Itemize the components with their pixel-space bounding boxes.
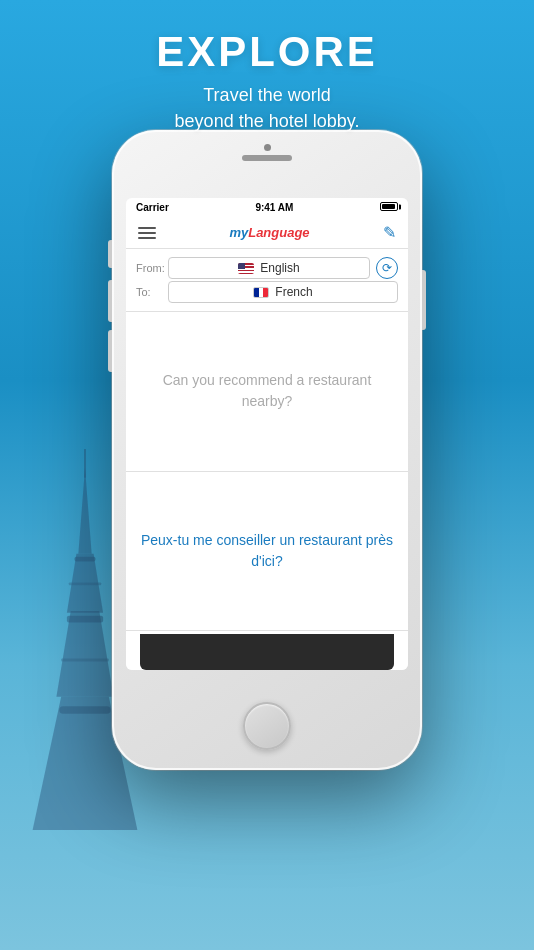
svg-rect-5 xyxy=(67,616,103,623)
translation-text-area: Peux-tu me conseiller un restaurant près… xyxy=(126,472,408,631)
logo-language: Language xyxy=(248,225,309,240)
swap-languages-button[interactable]: ⟳ xyxy=(376,257,398,279)
svg-rect-10 xyxy=(84,449,86,478)
from-label: From: xyxy=(136,262,168,274)
us-flag-icon xyxy=(238,263,254,274)
translated-text: Peux-tu me conseiller un restaurant près… xyxy=(140,530,394,572)
subtitle-line2: beyond the hotel lobby. xyxy=(175,111,360,131)
header-subtitle: Travel the world beyond the hotel lobby. xyxy=(0,82,534,134)
language-selector: From: English ⟳ To: French xyxy=(126,249,408,312)
subtitle-line1: Travel the world xyxy=(203,85,330,105)
mute-button xyxy=(108,240,112,268)
svg-rect-11 xyxy=(61,659,109,662)
app-logo: my Language xyxy=(229,225,309,240)
to-language-value: French xyxy=(275,285,312,299)
battery-icon xyxy=(380,202,398,213)
from-language-value: English xyxy=(260,261,299,275)
carrier-label: Carrier xyxy=(136,202,169,213)
header-section: EXPLORE Travel the world beyond the hote… xyxy=(0,28,534,134)
status-icons xyxy=(380,202,398,213)
hamburger-menu-button[interactable] xyxy=(138,227,156,239)
app-navbar: my Language ✎ xyxy=(126,217,408,249)
svg-marker-0 xyxy=(33,697,85,830)
svg-rect-12 xyxy=(69,582,101,585)
status-bar: Carrier 9:41 AM xyxy=(126,198,408,217)
phone-notch xyxy=(242,144,292,161)
volume-up-button xyxy=(108,280,112,322)
speaker-slot xyxy=(242,155,292,161)
to-language-selector[interactable]: French xyxy=(168,281,398,303)
phone-container: Carrier 9:41 AM my Language ✎ xyxy=(112,130,422,770)
svg-rect-8 xyxy=(75,557,96,562)
to-label: To: xyxy=(136,286,168,298)
browser-bottom-bar xyxy=(140,634,394,670)
volume-down-button xyxy=(108,330,112,372)
to-language-row: To: French xyxy=(136,281,398,303)
from-language-selector[interactable]: English xyxy=(168,257,370,279)
svg-rect-2 xyxy=(59,706,110,714)
svg-marker-9 xyxy=(78,468,91,554)
from-language-row: From: English ⟳ xyxy=(136,257,398,279)
logo-my: my xyxy=(229,225,248,240)
fr-flag-icon xyxy=(253,287,269,298)
explore-title: EXPLORE xyxy=(0,28,534,76)
source-text: Can you recommend a restaurant nearby? xyxy=(140,370,394,412)
front-camera xyxy=(264,144,271,151)
phone-shell: Carrier 9:41 AM my Language ✎ xyxy=(112,130,422,770)
power-button xyxy=(422,270,426,330)
svg-marker-3 xyxy=(56,611,85,697)
phone-screen: Carrier 9:41 AM my Language ✎ xyxy=(126,198,408,670)
source-text-area[interactable]: Can you recommend a restaurant nearby? xyxy=(126,312,408,472)
home-button[interactable] xyxy=(243,702,291,750)
time-label: 9:41 AM xyxy=(255,202,293,213)
svg-marker-4 xyxy=(85,611,114,697)
edit-button[interactable]: ✎ xyxy=(383,223,396,242)
